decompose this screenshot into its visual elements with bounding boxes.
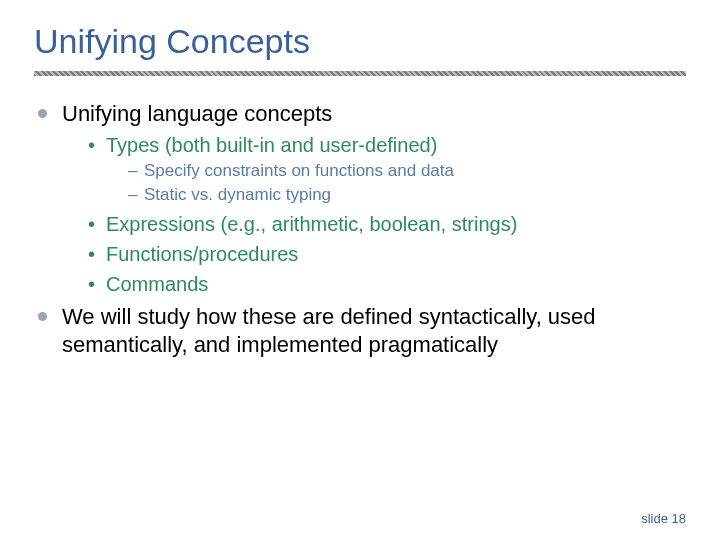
bullet-text: Specify constraints on functions and dat… [144,161,454,180]
list-item: Commands [86,271,686,297]
title-separator [34,71,686,76]
bullet-list-lvl3: Specify constraints on functions and dat… [128,160,686,208]
list-item: Static vs. dynamic typing [128,184,686,207]
slide-number: slide 18 [641,511,686,526]
bullet-list-lvl1: Unifying language concepts Types (both b… [34,100,686,358]
list-item: Types (both built-in and user-defined) S… [86,132,686,208]
bullet-text: Types (both built-in and user-defined) [106,134,437,156]
list-item: We will study how these are defined synt… [34,303,686,358]
bullet-text: We will study how these are defined synt… [62,304,596,357]
list-item: Functions/procedures [86,241,686,267]
slide-title: Unifying Concepts [34,22,686,61]
bullet-text: Static vs. dynamic typing [144,185,331,204]
slide: Unifying Concepts Unifying language conc… [0,0,720,540]
list-item: Specify constraints on functions and dat… [128,160,686,183]
bullet-text: Commands [106,273,208,295]
bullet-text: Functions/procedures [106,243,298,265]
list-item: Expressions (e.g., arithmetic, boolean, … [86,211,686,237]
bullet-text: Expressions (e.g., arithmetic, boolean, … [106,213,517,235]
bullet-list-lvl2: Types (both built-in and user-defined) S… [86,132,686,298]
list-item: Unifying language concepts Types (both b… [34,100,686,297]
bullet-text: Unifying language concepts [62,101,332,126]
